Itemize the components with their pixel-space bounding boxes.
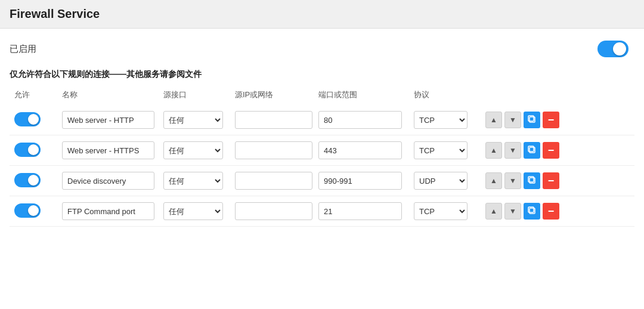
row-src-ip-col xyxy=(235,202,318,220)
port-input-1[interactable] xyxy=(318,141,402,159)
page-body: 已启用 仅允许符合以下规则的连接——其他服务请参阅文件 允许 名称 源接口 源I… xyxy=(0,29,644,239)
name-input-3[interactable] xyxy=(62,202,154,220)
row-src-ip-col xyxy=(235,172,318,190)
row-src-if-col: 任何LANWANDMZ xyxy=(163,141,235,159)
col-header-proto: 协议 xyxy=(414,89,485,100)
copy-icon xyxy=(528,115,536,125)
row-port-col xyxy=(318,111,414,129)
toggle-thumb-sm xyxy=(28,175,39,186)
row-toggle-col xyxy=(14,143,62,159)
row-proto-col: TCPUDPBoth xyxy=(414,202,485,220)
down-arrow-icon: ▼ xyxy=(509,116,516,124)
row-actions-col: ▲ ▼ − xyxy=(485,142,630,159)
name-input-2[interactable] xyxy=(62,172,154,190)
src-ip-input-3[interactable] xyxy=(235,202,312,220)
move-down-button-0[interactable]: ▼ xyxy=(504,112,521,128)
down-arrow-icon: ▼ xyxy=(509,177,516,185)
col-header-src-ip: 源IP或网络 xyxy=(235,89,318,100)
row-port-col xyxy=(318,202,414,220)
row-toggle-3[interactable] xyxy=(14,203,41,218)
row-proto-col: TCPUDPBoth xyxy=(414,111,485,129)
copy-button-3[interactable] xyxy=(524,203,540,220)
name-input-0[interactable] xyxy=(62,111,154,129)
table-row: 任何LANWANDMZ TCPUDPBoth ▲ ▼ xyxy=(10,135,634,166)
table-row: 任何LANWANDMZ TCPUDPBoth ▲ ▼ xyxy=(10,105,634,135)
move-up-button-0[interactable]: ▲ xyxy=(485,112,502,128)
up-arrow-icon: ▲ xyxy=(490,116,497,124)
col-header-src-if: 源接口 xyxy=(163,89,235,100)
move-up-button-3[interactable]: ▲ xyxy=(485,203,502,220)
delete-icon: − xyxy=(548,145,555,156)
table-row: 任何LANWANDMZ TCPUDPBoth ▲ ▼ xyxy=(10,166,634,196)
row-src-ip-col xyxy=(235,141,318,159)
copy-icon xyxy=(528,176,536,186)
toggle-thumb-sm xyxy=(28,205,39,216)
move-down-button-1[interactable]: ▼ xyxy=(504,142,521,159)
src-if-select-1[interactable]: 任何LANWANDMZ xyxy=(163,141,223,159)
src-ip-input-1[interactable] xyxy=(235,141,312,159)
row-name-col xyxy=(62,141,163,159)
src-if-select-2[interactable]: 任何LANWANDMZ xyxy=(163,172,223,190)
enabled-label: 已启用 xyxy=(10,44,36,55)
up-arrow-icon: ▲ xyxy=(490,146,497,154)
src-ip-input-0[interactable] xyxy=(235,111,312,129)
rules-container: 任何LANWANDMZ TCPUDPBoth ▲ ▼ xyxy=(10,105,634,227)
port-input-3[interactable] xyxy=(318,202,402,220)
col-header-allow: 允许 xyxy=(14,89,62,100)
row-actions-col: ▲ ▼ − xyxy=(485,112,630,128)
row-proto-col: TCPUDPBoth xyxy=(414,141,485,159)
delete-icon: − xyxy=(548,115,555,125)
copy-button-2[interactable] xyxy=(524,172,540,189)
copy-button-0[interactable] xyxy=(524,112,540,128)
delete-button-3[interactable]: − xyxy=(543,203,559,220)
row-toggle-col xyxy=(14,112,62,128)
name-input-1[interactable] xyxy=(62,141,154,159)
toggle-thumb-sm xyxy=(28,114,39,125)
row-toggle-0[interactable] xyxy=(14,112,41,126)
copy-icon xyxy=(528,146,536,156)
proto-select-2[interactable]: TCPUDPBoth xyxy=(414,172,467,190)
enabled-row: 已启用 xyxy=(10,41,634,57)
proto-select-1[interactable]: TCPUDPBoth xyxy=(414,141,467,159)
delete-button-1[interactable]: − xyxy=(543,142,559,159)
src-if-select-3[interactable]: 任何LANWANDMZ xyxy=(163,202,223,220)
toggle-thumb-sm xyxy=(28,144,39,155)
row-name-col xyxy=(62,111,163,129)
row-port-col xyxy=(318,172,414,190)
delete-icon: − xyxy=(548,175,555,186)
delete-button-0[interactable]: − xyxy=(543,112,559,128)
row-toggle-2[interactable] xyxy=(14,173,41,187)
row-src-if-col: 任何LANWANDMZ xyxy=(163,172,235,190)
proto-select-3[interactable]: TCPUDPBoth xyxy=(414,202,467,220)
row-src-if-col: 任何LANWANDMZ xyxy=(163,202,235,220)
copy-icon xyxy=(528,206,536,217)
table-row: 任何LANWANDMZ TCPUDPBoth ▲ ▼ xyxy=(10,196,634,227)
col-header-name: 名称 xyxy=(62,89,163,100)
proto-select-0[interactable]: TCPUDPBoth xyxy=(414,111,467,129)
row-name-col xyxy=(62,202,163,220)
row-proto-col: TCPUDPBoth xyxy=(414,172,485,190)
up-arrow-icon: ▲ xyxy=(490,177,497,185)
toggle-thumb xyxy=(613,42,626,55)
move-up-button-1[interactable]: ▲ xyxy=(485,142,502,159)
col-header-port: 端口或范围 xyxy=(318,89,414,100)
row-name-col xyxy=(62,172,163,190)
enabled-toggle[interactable] xyxy=(597,41,628,57)
move-up-button-2[interactable]: ▲ xyxy=(485,172,502,189)
copy-button-1[interactable] xyxy=(524,142,540,159)
down-arrow-icon: ▼ xyxy=(509,146,516,154)
row-toggle-1[interactable] xyxy=(14,143,41,157)
down-arrow-icon: ▼ xyxy=(509,207,516,215)
port-input-2[interactable] xyxy=(318,172,402,190)
row-toggle-col xyxy=(14,173,62,189)
move-down-button-2[interactable]: ▼ xyxy=(504,172,521,189)
move-down-button-3[interactable]: ▼ xyxy=(504,203,521,220)
src-if-select-0[interactable]: 任何LANWANDMZ xyxy=(163,111,223,129)
delete-icon: − xyxy=(548,206,555,217)
port-input-0[interactable] xyxy=(318,111,402,129)
page-container: Firewall Service 已启用 仅允许符合以下规则的连接——其他服务请… xyxy=(0,0,644,309)
page-title: Firewall Service xyxy=(10,7,634,21)
src-ip-input-2[interactable] xyxy=(235,172,312,190)
row-src-ip-col xyxy=(235,111,318,129)
delete-button-2[interactable]: − xyxy=(543,172,559,189)
